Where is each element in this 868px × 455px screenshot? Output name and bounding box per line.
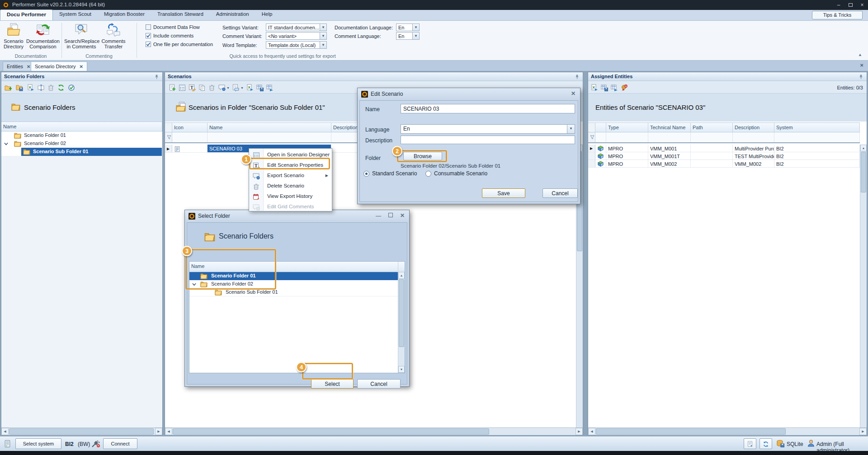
maximize-button[interactable] xyxy=(844,0,856,10)
save-grid-layout-icon[interactable] xyxy=(601,84,608,91)
menu-tab-help[interactable]: Help xyxy=(255,9,279,20)
column-header-name[interactable]: Name xyxy=(1,122,162,131)
checkbox-include-comments[interactable]: Include comments xyxy=(146,33,193,38)
export-list-icon[interactable]: X xyxy=(27,84,34,91)
pin-icon[interactable] xyxy=(575,74,580,80)
scenario-directory-button[interactable]: Scenario Directory xyxy=(1,23,26,49)
entity-technical-name-cell[interactable]: VMM_M002 xyxy=(648,160,691,167)
cancel-button[interactable]: Cancel xyxy=(542,188,578,198)
save-grid-layout-icon[interactable] xyxy=(256,84,264,91)
checkbox-document-data-flow[interactable]: Document Data Flow xyxy=(146,24,200,30)
close-button[interactable]: × xyxy=(856,0,868,10)
column-header-system[interactable]: System xyxy=(774,123,860,132)
entity-system-cell[interactable]: BI2 xyxy=(774,145,860,152)
entity-row[interactable]: MPRO VMM_M002 VMM_M002 BI2 xyxy=(588,160,860,168)
chevron-down-icon[interactable]: ▼ xyxy=(320,42,326,48)
tree-row-folder-02[interactable]: Scenario Folder 02 xyxy=(1,140,162,148)
filter-cell[interactable] xyxy=(208,132,331,142)
entity-type-cell[interactable]: MPRO xyxy=(606,145,648,152)
filter-cell[interactable] xyxy=(606,132,648,142)
filter-cell[interactable] xyxy=(733,132,774,142)
entity-system-cell[interactable]: BI2 xyxy=(774,160,860,167)
comment-language-select[interactable]: En▼ xyxy=(396,32,420,40)
scrollbar-thumb[interactable] xyxy=(399,279,404,347)
settings-variant-select[interactable]: IT standard documen...▼ xyxy=(266,23,327,31)
save-button[interactable]: Save xyxy=(482,188,525,198)
pin-icon[interactable] xyxy=(154,74,160,80)
filter-cell[interactable] xyxy=(172,132,208,142)
horizontal-scrollbar[interactable]: ◀ ▶ xyxy=(1,427,162,435)
tree-row-sub-folder-01[interactable]: Scenario Sub Folder 01 xyxy=(1,148,162,156)
scenario-designer-icon[interactable] xyxy=(179,84,186,91)
export-excel-icon[interactable]: X xyxy=(246,84,254,91)
scrollbar-thumb[interactable] xyxy=(596,428,786,435)
menu-item-export-scenario[interactable]: Export Scenario ▶ xyxy=(249,171,332,181)
name-field[interactable] xyxy=(401,104,575,113)
add-folder-icon[interactable] xyxy=(5,84,12,91)
remove-assignment-icon[interactable] xyxy=(621,84,628,91)
entity-description-cell[interactable]: TEST MultiProvider... xyxy=(733,152,774,159)
menu-item-view-export-history[interactable]: View Export History xyxy=(249,192,332,202)
entity-type-cell[interactable]: MPRO xyxy=(606,152,648,159)
chevron-down-icon[interactable]: ▼ xyxy=(226,86,230,89)
tab-close-icon[interactable]: ✕ xyxy=(79,64,83,69)
connect-button[interactable]: Connect xyxy=(103,438,137,449)
scroll-left-icon[interactable]: ◀ xyxy=(588,428,595,435)
menu-tab-docu-performer[interactable]: Docu Performer xyxy=(0,9,53,20)
chevron-down-icon[interactable]: ▼ xyxy=(320,33,326,39)
column-header-name[interactable]: Name xyxy=(208,123,331,132)
new-scenario-icon[interactable] xyxy=(169,84,176,91)
scroll-right-icon[interactable]: ▶ xyxy=(155,428,162,435)
entity-path-cell[interactable] xyxy=(691,152,733,159)
chevron-down-icon[interactable]: ▼ xyxy=(412,33,419,39)
edit-properties-icon[interactable]: T xyxy=(189,84,196,91)
entity-path-cell[interactable] xyxy=(691,160,733,167)
filter-cell[interactable] xyxy=(774,132,860,142)
filter-row[interactable] xyxy=(588,132,860,143)
column-header-description[interactable]: Description xyxy=(733,123,774,132)
checkbox-one-file-per-documentation[interactable]: One file per documentation xyxy=(146,42,213,47)
copy-scenario-icon[interactable] xyxy=(198,84,206,91)
word-template-select[interactable]: Template.dotx (Local)▼ xyxy=(266,41,327,49)
export-grid-icon[interactable] xyxy=(266,84,274,91)
column-header-type[interactable]: Type xyxy=(606,123,648,132)
tab-close-icon[interactable]: ✕ xyxy=(27,64,30,69)
documentation-language-select[interactable]: En▼ xyxy=(396,23,420,31)
cancel-button[interactable]: Cancel xyxy=(357,379,401,389)
column-header-path[interactable]: Path xyxy=(691,123,733,132)
menu-item-delete-scenario[interactable]: Delete Scenario xyxy=(249,181,332,192)
scroll-up-icon[interactable]: ▲ xyxy=(398,272,405,279)
save-folder-icon[interactable] xyxy=(16,84,23,91)
filter-cell[interactable] xyxy=(691,132,733,142)
rename-folder-icon[interactable] xyxy=(38,84,45,91)
entity-technical-name-cell[interactable]: VMM_M001 xyxy=(648,145,691,152)
vertical-scrollbar[interactable]: ▲ ▼ xyxy=(398,272,405,373)
documentation-comparison-button[interactable]: Documentation Comparison xyxy=(26,23,60,49)
entity-type-cell[interactable]: MPRO xyxy=(606,160,648,167)
delete-scenario-icon[interactable] xyxy=(208,84,216,91)
horizontal-scrollbar[interactable]: ◀ ▶ xyxy=(165,427,583,435)
menu-tab-system-scout[interactable]: System Scout xyxy=(53,9,98,20)
scroll-right-icon[interactable]: ▶ xyxy=(576,428,583,435)
export-documentation-icon[interactable] xyxy=(232,84,239,91)
filter-cell[interactable] xyxy=(595,132,606,142)
menu-tab-translation-steward[interactable]: Translation Steward xyxy=(151,9,210,20)
log-button[interactable] xyxy=(744,438,756,449)
horizontal-scrollbar[interactable]: ◀ ▶ xyxy=(588,427,867,435)
chevron-down-icon[interactable]: ▼ xyxy=(567,125,575,133)
pin-icon[interactable] xyxy=(859,74,864,80)
scenario-icon-cell[interactable] xyxy=(172,145,208,152)
entity-path-cell[interactable] xyxy=(691,145,733,152)
entity-description-cell[interactable]: VMM_M002 xyxy=(733,160,774,167)
expander-chevron-icon[interactable] xyxy=(4,142,8,146)
minimize-icon[interactable]: — xyxy=(376,213,381,219)
entity-description-cell[interactable]: MultiProvider Purc... xyxy=(733,145,774,152)
language-select[interactable]: En ▼ xyxy=(401,124,575,134)
scroll-left-icon[interactable]: ◀ xyxy=(165,428,172,435)
comment-variant-icon[interactable] xyxy=(218,84,226,91)
maximize-icon[interactable] xyxy=(388,213,393,217)
refresh-button[interactable] xyxy=(760,438,772,449)
scrollbar-thumb[interactable] xyxy=(173,428,489,435)
export-excel-icon[interactable]: X xyxy=(591,84,598,91)
chevron-down-icon[interactable]: ▼ xyxy=(412,24,419,31)
